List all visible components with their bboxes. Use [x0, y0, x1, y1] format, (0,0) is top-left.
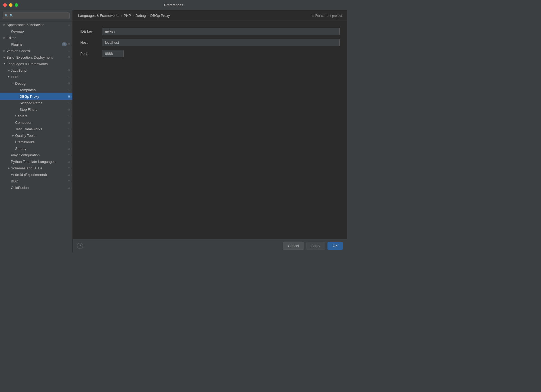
search-input[interactable] — [3, 12, 70, 19]
sidebar-scroll[interactable]: ▶ Appearance & Behavior ⊞ Keymap ▶ Edito… — [0, 21, 72, 252]
sidebar-item-languages-frameworks[interactable]: ▼ Languages & Frameworks — [0, 61, 72, 67]
toggle-icon: ▶ — [2, 49, 7, 53]
project-icon: ⊞ — [311, 14, 314, 18]
copy-icon: ⊞ — [68, 82, 70, 85]
port-row: Port: — [80, 50, 340, 57]
search-wrapper: 🔍 — [3, 12, 70, 19]
copy-icon: ⊞ — [68, 160, 70, 163]
sidebar-item-label: Schemas and DTDs — [11, 166, 67, 170]
sidebar-item-test-frameworks[interactable]: Test Frameworks ⊞ — [0, 126, 72, 132]
sidebar-item-bdd[interactable]: BDD ⊞ — [0, 178, 72, 184]
maximize-button[interactable] — [15, 3, 18, 7]
copy-icon: ⊞ — [68, 147, 70, 150]
ide-key-row: IDE key: — [80, 28, 340, 35]
toggle-icon — [11, 146, 15, 151]
content-body: IDE key: Host: Port: — [73, 21, 347, 239]
sidebar-item-step-filters[interactable]: Step Filters ⊞ — [0, 106, 72, 113]
close-button[interactable] — [3, 3, 7, 7]
ide-key-label: IDE key: — [80, 29, 102, 33]
sidebar: 🔍 ▶ Appearance & Behavior ⊞ Keymap ▶ Edi… — [0, 10, 73, 252]
host-input[interactable] — [102, 39, 340, 46]
sidebar-item-dbgp-proxy[interactable]: DBGp Proxy ⊞ — [0, 93, 72, 100]
copy-icon: ⊞ — [68, 140, 70, 144]
toggle-icon — [7, 179, 11, 183]
sidebar-item-label: BDD — [11, 179, 67, 183]
toggle-icon — [7, 159, 11, 164]
sidebar-item-schemas-dtds[interactable]: ▶ Schemas and DTDs ⊞ — [0, 165, 72, 171]
copy-icon: ⊞ — [68, 56, 70, 59]
sidebar-item-javascript[interactable]: ▶ JavaScript ⊞ — [0, 67, 72, 74]
toggle-icon: ▼ — [7, 75, 11, 79]
sidebar-item-composer[interactable]: Composer ⊞ — [0, 119, 72, 126]
apply-button[interactable]: Apply — [306, 242, 326, 250]
toggle-icon — [11, 120, 15, 125]
sidebar-item-label: Build, Execution, Deployment — [7, 55, 67, 59]
content-header: Languages & Frameworks › PHP › Debug › D… — [73, 10, 347, 21]
sidebar-item-label: Languages & Frameworks — [7, 62, 70, 66]
toggle-icon — [15, 94, 20, 99]
copy-icon: ⊞ — [68, 173, 70, 176]
sidebar-item-servers[interactable]: Servers ⊞ — [0, 113, 72, 119]
port-input[interactable] — [102, 50, 124, 57]
sidebar-item-plugins[interactable]: Plugins 5 ⊞ — [0, 41, 72, 48]
help-button[interactable]: ? — [77, 243, 83, 249]
breadcrumb: Languages & Frameworks › PHP › Debug › D… — [78, 14, 170, 18]
sidebar-item-label: Frameworks — [15, 140, 67, 144]
breadcrumb-part-4: DBGp Proxy — [150, 14, 170, 18]
sidebar-item-editor[interactable]: ▶ Editor — [0, 34, 72, 41]
sidebar-item-quality-tools[interactable]: ▶ Quality Tools ⊞ — [0, 132, 72, 139]
sidebar-item-build-execution[interactable]: ▶ Build, Execution, Deployment ⊞ — [0, 54, 72, 61]
sidebar-item-frameworks[interactable]: Frameworks ⊞ — [0, 139, 72, 145]
sidebar-item-play-configuration[interactable]: Play Configuration ⊞ — [0, 152, 72, 158]
toggle-icon: ▶ — [2, 55, 7, 59]
sidebar-item-label: Smarty — [15, 147, 67, 151]
minimize-button[interactable] — [9, 3, 12, 7]
breadcrumb-part-2: PHP — [124, 14, 131, 18]
sidebar-item-android-experimental[interactable]: Android (Experimental) ⊞ — [0, 171, 72, 178]
sidebar-item-php[interactable]: ▼ PHP ⊞ — [0, 74, 72, 80]
toggle-icon — [11, 140, 15, 144]
toggle-icon — [7, 172, 11, 177]
copy-icon: ⊞ — [68, 179, 70, 183]
sidebar-item-label: Test Frameworks — [15, 127, 67, 131]
sidebar-item-version-control[interactable]: ▶ Version Control ⊞ — [0, 48, 72, 54]
sidebar-item-debug[interactable]: ▼ Debug ⊞ — [0, 80, 72, 87]
sidebar-item-label: Android (Experimental) — [11, 173, 67, 177]
search-icon: 🔍 — [5, 14, 8, 18]
copy-icon: ⊞ — [68, 114, 70, 118]
sidebar-item-label: DBGp Proxy — [20, 94, 67, 99]
copy-icon: ⊞ — [68, 101, 70, 105]
copy-icon: ⊞ — [68, 153, 70, 157]
toggle-icon — [15, 107, 20, 112]
sidebar-item-label: Keymap — [11, 29, 70, 33]
host-label: Host: — [80, 40, 102, 45]
toggle-icon: ▶ — [2, 36, 7, 40]
port-label: Port: — [80, 52, 102, 56]
cancel-button[interactable]: Cancel — [283, 242, 304, 250]
sidebar-item-smarty[interactable]: Smarty ⊞ — [0, 145, 72, 152]
ok-button[interactable]: OK — [327, 242, 343, 250]
content-area: Languages & Frameworks › PHP › Debug › D… — [73, 10, 347, 252]
sidebar-item-coldfusion[interactable]: ColdFusion ⊞ — [0, 184, 72, 191]
toggle-icon — [7, 29, 11, 33]
breadcrumb-part-1: Languages & Frameworks — [78, 14, 119, 18]
host-row: Host: — [80, 39, 340, 46]
sidebar-item-label: Play Configuration — [11, 153, 67, 157]
project-label-text: For current project — [315, 14, 342, 18]
sidebar-item-label: Python Template Languages — [11, 160, 67, 164]
sidebar-item-label: Plugins — [11, 42, 61, 46]
sidebar-item-python-template-languages[interactable]: Python Template Languages ⊞ — [0, 158, 72, 165]
traffic-lights — [3, 3, 18, 7]
toggle-icon — [15, 101, 20, 105]
bottom-bar: ? Cancel Apply OK — [73, 239, 347, 252]
ide-key-input[interactable] — [102, 28, 340, 35]
sidebar-item-appearance-behavior[interactable]: ▶ Appearance & Behavior ⊞ — [0, 21, 72, 28]
sidebar-item-templates[interactable]: Templates ⊞ — [0, 87, 72, 93]
copy-icon: ⊞ — [68, 108, 70, 111]
plugins-badge: 5 — [62, 42, 67, 46]
copy-icon: ⊞ — [68, 49, 70, 53]
copy-icon: ⊞ — [68, 88, 70, 92]
window-title: Preferences — [164, 3, 183, 7]
sidebar-item-keymap[interactable]: Keymap — [0, 28, 72, 34]
sidebar-item-skipped-paths[interactable]: Skipped Paths ⊞ — [0, 100, 72, 106]
